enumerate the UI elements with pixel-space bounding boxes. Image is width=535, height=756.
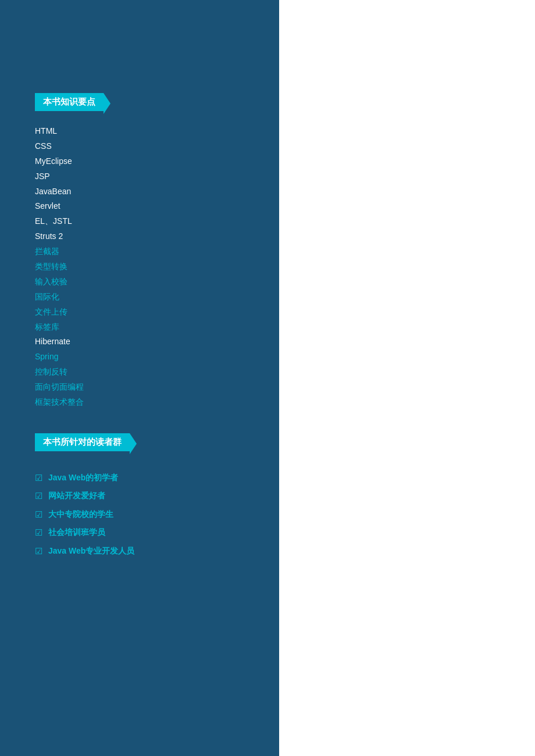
- list-item: JSP: [35, 169, 244, 184]
- check-icon: ☑: [35, 523, 42, 542]
- list-item: Servlet: [35, 199, 244, 214]
- list-item: EL、JSTL: [35, 214, 244, 229]
- reader-label: Java Web的初学者: [48, 469, 118, 486]
- reader-label: 社会培训班学员: [48, 524, 105, 541]
- reader-list-item: ☑ 网站开发爱好者: [35, 487, 244, 505]
- reader-list: ☑ Java Web的初学者 ☑ 网站开发爱好者 ☑ 大中专院校的学生 ☑ 社会…: [35, 469, 244, 561]
- reader-list-item: ☑ Java Web的初学者: [35, 469, 244, 487]
- reader-list-item: ☑ 社会培训班学员: [35, 523, 244, 542]
- list-item: 国际化: [35, 290, 244, 305]
- left-panel: 本书知识要点 HTML CSS MyEclipse JSP JavaBean S…: [0, 0, 279, 756]
- readers-section: 本书所针对的读者群 ☑ Java Web的初学者 ☑ 网站开发爱好者 ☑ 大中专…: [35, 433, 244, 561]
- list-item: CSS: [35, 139, 244, 154]
- list-item: 面向切面编程: [35, 380, 244, 395]
- list-item: HTML: [35, 124, 244, 139]
- reader-label: 网站开发爱好者: [48, 487, 105, 504]
- list-item: Struts 2: [35, 229, 244, 244]
- list-item-hibernate: Hibernate: [35, 334, 244, 350]
- check-icon: ☑: [35, 505, 42, 524]
- list-item: 拦截器: [35, 244, 244, 259]
- section2-header: 本书所针对的读者群: [35, 433, 130, 451]
- check-icon: ☑: [35, 542, 42, 561]
- list-item: MyEclipse: [35, 154, 244, 169]
- check-icon: ☑: [35, 487, 42, 505]
- section2-title: 本书所针对的读者群: [43, 437, 122, 448]
- reader-list-item: ☑ Java Web专业开发人员: [35, 542, 244, 561]
- list-item: 控制反转: [35, 365, 244, 380]
- list-item: 输入校验: [35, 274, 244, 290]
- reader-list-item: ☑ 大中专院校的学生: [35, 505, 244, 524]
- knowledge-list: HTML CSS MyEclipse JSP JavaBean Servlet …: [35, 124, 244, 410]
- list-item: 文件上传: [35, 305, 244, 320]
- list-item: JavaBean: [35, 184, 244, 199]
- section1-title: 本书知识要点: [43, 97, 95, 108]
- list-item: 标签库: [35, 320, 244, 335]
- list-item: 类型转换: [35, 259, 244, 274]
- right-panel: [279, 0, 535, 756]
- list-item: 框架技术整合: [35, 395, 244, 410]
- check-icon: ☑: [35, 469, 42, 487]
- reader-label: Java Web专业开发人员: [48, 543, 134, 559]
- section1-header: 本书知识要点: [35, 93, 104, 111]
- reader-label: 大中专院校的学生: [48, 506, 113, 523]
- list-item: Spring: [35, 350, 244, 365]
